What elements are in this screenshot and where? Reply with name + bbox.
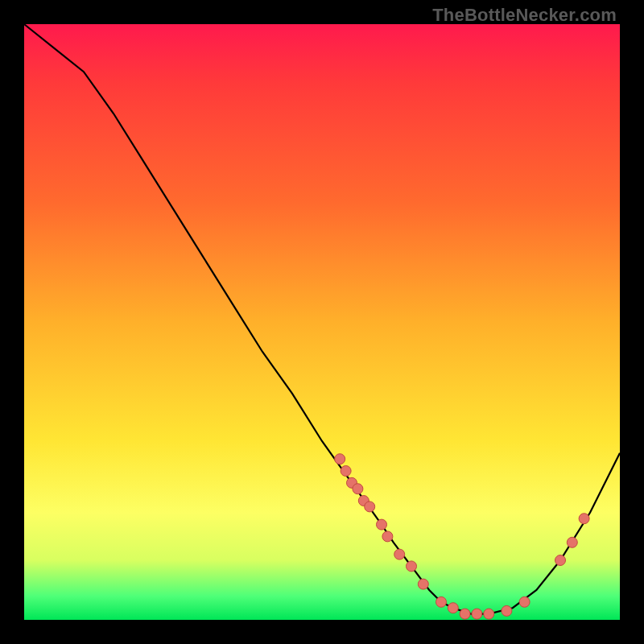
data-point (555, 555, 566, 566)
data-point (567, 537, 577, 547)
data-point (365, 502, 375, 512)
data-points-group (335, 454, 589, 619)
data-point (460, 609, 470, 619)
data-point (341, 466, 351, 477)
data-point (394, 549, 405, 559)
watermark-text: TheBottleNecker.com (432, 5, 617, 26)
data-point (418, 579, 428, 589)
chart-svg (24, 24, 620, 620)
chart-frame (24, 24, 620, 620)
data-point (472, 609, 482, 619)
data-point (377, 519, 387, 530)
data-point (484, 609, 494, 619)
data-point (579, 514, 589, 524)
bottleneck-curve (24, 24, 620, 614)
data-point (502, 605, 512, 616)
data-point (335, 454, 345, 464)
data-point (382, 531, 393, 542)
data-point (353, 484, 363, 494)
data-point (519, 597, 530, 607)
data-point (407, 561, 417, 572)
data-point (436, 597, 447, 607)
data-point (448, 603, 458, 613)
